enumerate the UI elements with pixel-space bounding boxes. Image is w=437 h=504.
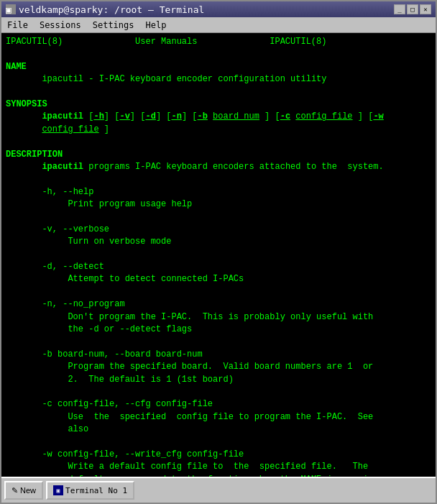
window-title: veldkamp@sparky: /root – Terminal [19, 4, 204, 15]
line-blank8 [6, 336, 431, 348]
line-name-header: NAME [6, 61, 431, 73]
menu-bar: File Sessions Settings Help [1, 17, 436, 33]
line-blank10 [6, 436, 431, 449]
title-bar-controls: _ □ ✕ [394, 4, 431, 14]
line-opt-n-desc2: the -d or --detect flags [6, 324, 431, 336]
terminal-tab-icon: ▣ [53, 485, 63, 495]
new-icon: ✎ [12, 486, 18, 495]
line-opt-c-desc1: Use the specified config file to program… [6, 411, 431, 423]
line-desc1: ipacutil programs I-PAC keyboard encoder… [6, 161, 431, 173]
line-opt-d: -d, --detect [6, 261, 431, 273]
app-icon: ▣ [6, 4, 16, 14]
line-opt-h: -h, --help [6, 186, 431, 198]
line-opt-w-desc1: Write a default config file to the speci… [6, 461, 431, 473]
new-terminal-button[interactable]: ✎ New [4, 481, 43, 500]
line-opt-n: -n, --no_program [6, 298, 431, 311]
line-name-desc: ipacutil - I-PAC keyboard encoder config… [6, 73, 431, 86]
line-opt-b-desc2: 2. The default is 1 (1st board) [6, 374, 431, 386]
terminal-window: ▣ veldkamp@sparky: /root – Terminal _ □ … [0, 0, 437, 504]
title-bar-left: ▣ veldkamp@sparky: /root – Terminal [6, 4, 204, 15]
menu-help[interactable]: Help [140, 17, 172, 32]
terminal-tab-label: Terminal No 1 [65, 486, 127, 495]
line-blank6 [6, 249, 431, 261]
title-bar: ▣ veldkamp@sparky: /root – Terminal _ □ … [1, 1, 436, 17]
line-synopsis-cmd: ipacutil [-h] [-v] [-d] [-n] [-b board_n… [6, 111, 431, 123]
line-opt-b-desc1: Program the specified board. Valid board… [6, 361, 431, 373]
line-blank2 [6, 86, 431, 98]
line-opt-c: -c config-file, --cfg config-file [6, 398, 431, 411]
close-button[interactable]: ✕ [420, 4, 431, 14]
line-blank3 [6, 136, 431, 148]
line-opt-c-desc2: also [6, 423, 431, 436]
line-blank4 [6, 173, 431, 185]
line-synopsis-cmd2: config_file ] [6, 124, 431, 136]
line-opt-w: -w config-file, --write_cfg config-file [6, 449, 431, 461]
line-opt-n-desc1: Don't program the I-PAC. This is probabl… [6, 311, 431, 324]
menu-file[interactable]: File [1, 17, 34, 32]
line-desc-header: DESCRIPTION [6, 149, 431, 161]
line-opt-v-desc: Turn on verbose mode [6, 236, 431, 248]
new-button-label: New [20, 486, 36, 495]
line-header: IPACUTIL(8) User Manuals IPACUTIL(8) [6, 36, 431, 48]
menu-settings[interactable]: Settings [87, 17, 140, 32]
terminal-output[interactable]: IPACUTIL(8) User Manuals IPACUTIL(8) NAM… [1, 33, 436, 477]
line-opt-v: -v, --verbose [6, 224, 431, 236]
line-synopsis-header: SYNOPSIS [6, 98, 431, 111]
menu-sessions[interactable]: Sessions [34, 17, 87, 32]
line-blank7 [6, 286, 431, 298]
line-opt-b: -b board-num, --board board-num [6, 349, 431, 361]
line-opt-d-desc: Attempt to detect connected I-PACs [6, 273, 431, 285]
terminal-tab-1[interactable]: ▣ Terminal No 1 [46, 481, 134, 500]
minimize-button[interactable]: _ [394, 4, 405, 14]
line-opt-h-desc: Print program usage help [6, 198, 431, 211]
line-blank [6, 48, 431, 60]
line-blank5 [6, 211, 431, 223]
bottom-bar: ✎ New ▣ Terminal No 1 [1, 477, 436, 503]
line-blank9 [6, 386, 431, 398]
maximize-button[interactable]: □ [407, 4, 418, 14]
